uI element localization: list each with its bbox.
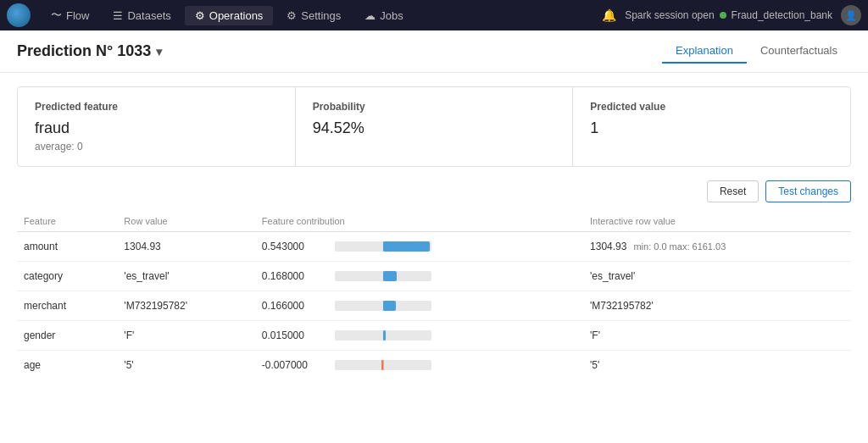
table-row: gender'F'0.015000'F' (17, 321, 851, 351)
nav-operations[interactable]: ⚙ Operations (185, 6, 274, 25)
cell-interactive-value[interactable]: '5' (583, 351, 851, 380)
main-content: Prediction N° 1033 ▾ Explanation Counter… (0, 30, 868, 443)
contribution-bar-fill (383, 330, 386, 341)
contribution-value: 0.168000 (262, 270, 330, 282)
col-row-value: Row value (117, 211, 255, 232)
cell-feature: category (17, 262, 117, 291)
prediction-dropdown[interactable]: ▾ (156, 45, 162, 58)
contribution-value: 0.015000 (262, 329, 330, 341)
cell-row-value: 'M732195782' (117, 291, 255, 321)
tab-explanation[interactable]: Explanation (662, 39, 747, 64)
jobs-icon: ☁ (364, 9, 376, 22)
summary-cards: Predicted feature fraud average: 0 Proba… (17, 86, 851, 167)
subheader: Prediction N° 1033 ▾ Explanation Counter… (0, 30, 868, 73)
cell-row-value: 1304.93 (117, 232, 255, 262)
col-feature: Feature (17, 211, 117, 232)
test-changes-button[interactable]: Test changes (765, 180, 851, 202)
interactive-value-text: 'F' (590, 329, 600, 341)
col-interactive: Interactive row value (583, 211, 851, 232)
status-dot (720, 12, 726, 19)
summary-probability: Probability 94.52% (296, 87, 574, 166)
cell-feature: gender (17, 321, 117, 351)
cell-contribution: 0.168000 (255, 262, 583, 291)
flow-icon: 〜 (51, 8, 62, 23)
contribution-bar-fill (383, 301, 396, 311)
contribution-bar-track (335, 301, 431, 311)
contribution-bar-track (335, 360, 431, 370)
contribution-bar-fill (381, 360, 383, 370)
cell-feature: amount (17, 232, 117, 262)
contribution-value: 0.166000 (262, 300, 330, 312)
cell-feature: merchant (17, 291, 117, 321)
cell-interactive-value[interactable]: 'es_travel' (583, 262, 851, 291)
summary-predicted-value: Predicted value 1 (573, 87, 850, 166)
table-row: amount1304.930.5430001304.93min: 0.0 max… (17, 232, 851, 262)
table-row: merchant'M732195782'0.166000'M732195782' (17, 291, 851, 321)
features-table: Feature Row value Feature contribution I… (17, 211, 851, 379)
contribution-value: 0.543000 (262, 241, 330, 252)
user-avatar[interactable]: 👤 (841, 5, 861, 25)
top-navigation: 〜 Flow ☰ Datasets ⚙ Operations ⚙ Setting… (0, 0, 868, 30)
operations-icon: ⚙ (195, 9, 205, 22)
app-logo (7, 3, 31, 27)
interactive-value-text: '5' (590, 359, 599, 371)
nav-right-section: 🔔 Spark session open Fraud_detection_ban… (602, 5, 861, 25)
table-row: age'5'-0.007000'5' (17, 351, 851, 380)
contribution-bar-fill (383, 241, 430, 252)
table-actions: Reset Test changes (17, 180, 851, 202)
cell-row-value: 'F' (117, 321, 255, 351)
range-info: min: 0.0 max: 6161.03 (633, 241, 726, 252)
datasets-icon: ☰ (113, 9, 123, 22)
cell-interactive-value[interactable]: 1304.93min: 0.0 max: 6161.03 (583, 232, 851, 262)
tab-counterfactuals[interactable]: Counterfactuals (747, 39, 851, 64)
interactive-value-text: 1304.93 (590, 241, 626, 252)
nav-jobs[interactable]: ☁ Jobs (354, 6, 413, 25)
cell-contribution: 0.015000 (255, 321, 583, 351)
summary-predicted-feature: Predicted feature fraud average: 0 (18, 87, 296, 166)
cell-contribution: -0.007000 (255, 351, 583, 380)
contribution-value: -0.007000 (262, 359, 330, 371)
cell-interactive-value[interactable]: 'M732195782' (583, 291, 851, 321)
nav-flow[interactable]: 〜 Flow (41, 4, 99, 26)
tab-group: Explanation Counterfactuals (662, 39, 851, 64)
prediction-title: Prediction N° 1033 ▾ (17, 42, 162, 60)
spark-session-status: Spark session open Fraud_detection_bank (625, 9, 832, 21)
interactive-value-text: 'es_travel' (590, 270, 635, 282)
contribution-bar-track (335, 330, 431, 341)
contribution-bar-track (335, 271, 431, 281)
contribution-bar-track (335, 241, 431, 252)
nav-datasets[interactable]: ☰ Datasets (103, 6, 181, 25)
bell-icon[interactable]: 🔔 (602, 8, 616, 22)
table-area: Reset Test changes Feature Row value Fea… (0, 180, 868, 396)
bar-center-line (383, 360, 384, 370)
cell-contribution: 0.543000 (255, 232, 583, 262)
interactive-value-text: 'M732195782' (590, 300, 654, 312)
settings-icon: ⚙ (287, 9, 297, 22)
cell-feature: age (17, 351, 117, 380)
cell-contribution: 0.166000 (255, 291, 583, 321)
reset-button[interactable]: Reset (707, 180, 759, 202)
cell-interactive-value[interactable]: 'F' (583, 321, 851, 351)
nav-settings[interactable]: ⚙ Settings (276, 6, 351, 25)
cell-row-value: '5' (117, 351, 255, 380)
contribution-bar-fill (383, 271, 397, 281)
table-row: category'es_travel'0.168000'es_travel' (17, 262, 851, 291)
col-contribution: Feature contribution (255, 211, 583, 232)
cell-row-value: 'es_travel' (117, 262, 255, 291)
